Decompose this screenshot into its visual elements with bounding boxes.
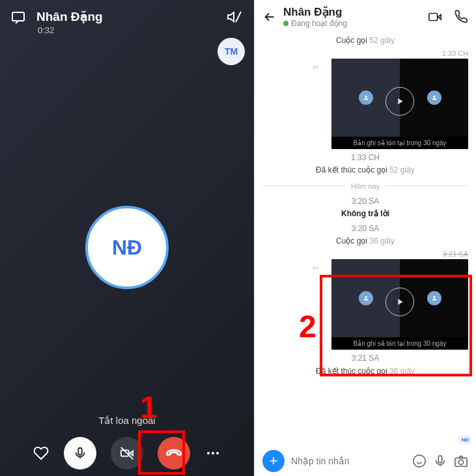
chat-header-actions: [428, 10, 468, 24]
more-options-button[interactable]: [204, 445, 221, 462]
event-time: 1:33 CH: [262, 152, 468, 164]
chat-status-text: Đang hoạt động: [291, 19, 347, 28]
event-label: Cuộc gọi: [336, 236, 367, 245]
end-call-button[interactable]: [158, 437, 190, 469]
sent-indicator-icon: ▻: [313, 263, 318, 272]
svg-rect-0: [12, 12, 24, 21]
react-button[interactable]: [33, 445, 49, 462]
svg-rect-8: [429, 13, 438, 20]
svg-line-4: [121, 447, 133, 459]
chat-header: Nhân Đặng Đang hoạt động: [255, 0, 476, 32]
video-caption: Bản ghi sẽ tồn tại trong 30 ngày: [331, 137, 468, 149]
participant-avatar-icon: [359, 91, 373, 105]
event-label: Không trả lời: [341, 209, 389, 218]
chat-contact-name: Nhân Đặng: [283, 5, 421, 19]
chat-status: Đang hoạt động: [283, 19, 421, 28]
event-label: Đã kết thúc cuộc gọi: [316, 165, 387, 175]
event-time: 3:20 SA: [262, 223, 468, 235]
video-call-button[interactable]: [428, 10, 442, 24]
svg-point-5: [207, 452, 210, 455]
svg-rect-2: [78, 448, 82, 455]
video-message-1: ▻ Bản ghi sẽ tồn tại trong 30 ngày: [324, 59, 468, 149]
svg-point-6: [212, 452, 214, 455]
call-event: 3:21 SA Đã kết thúc cuộc gọi 36 giây: [262, 352, 468, 377]
call-title-block: Nhân Đặng 0:32: [36, 9, 217, 35]
caller-avatar: NĐ: [85, 206, 169, 289]
emoji-button[interactable]: [412, 454, 427, 468]
event-duration: 52 giây: [389, 165, 415, 175]
message-time: 1:33 CH: [262, 49, 468, 57]
participant-avatar-icon: [427, 91, 441, 105]
svg-point-10: [433, 96, 435, 98]
camera-button[interactable]: [454, 454, 468, 468]
speaker-muted-icon[interactable]: [227, 9, 244, 26]
voice-message-button[interactable]: [433, 454, 447, 468]
call-event: 3:20 SA Cuộc gọi 36 giây: [262, 223, 468, 247]
video-thumbnail[interactable]: Bản ghi sẽ tồn tại trong 30 ngày: [331, 259, 468, 350]
svg-point-9: [365, 96, 367, 98]
event-duration: 36 giây: [369, 236, 395, 245]
event-label: Cuộc gọi: [336, 36, 367, 45]
audio-call-button[interactable]: [454, 10, 468, 24]
call-controls: [0, 437, 254, 469]
call-event: 1:33 CH Đã kết thúc cuộc gọi 52 giây: [262, 152, 468, 176]
event-duration: 36 giây: [389, 367, 415, 376]
call-event: Cuộc gọi 52 giây: [262, 35, 468, 47]
call-duration: 0:32: [36, 25, 217, 35]
chat-body[interactable]: Cuộc gọi 52 giây 1:33 CH ▻ Bản ghi sẽ tồ…: [255, 32, 476, 380]
svg-line-1: [236, 12, 241, 22]
message-input[interactable]: [291, 456, 406, 466]
call-event: 3:20 SA Không trả lời: [262, 195, 468, 220]
chat-input-bar: +: [255, 450, 476, 472]
chat-icon[interactable]: [10, 9, 27, 26]
svg-point-13: [413, 455, 425, 467]
date-divider: Hôm nay: [262, 182, 468, 190]
call-contact-name: Nhân Đặng: [36, 9, 217, 24]
svg-point-16: [458, 460, 463, 464]
svg-point-11: [365, 296, 367, 298]
add-attachment-button[interactable]: +: [262, 450, 285, 472]
video-off-button[interactable]: [111, 437, 143, 469]
date-divider-text: Hôm nay: [351, 182, 380, 190]
chat-header-text: Nhân Đặng Đang hoạt động: [283, 5, 421, 28]
svg-point-12: [433, 296, 435, 298]
play-icon[interactable]: [385, 87, 414, 115]
back-button[interactable]: [262, 10, 277, 24]
annotation-number-2: 2: [299, 309, 316, 344]
event-time: 3:20 SA: [262, 195, 468, 208]
call-header: Nhân Đặng 0:32: [0, 0, 254, 35]
play-icon[interactable]: [385, 287, 414, 316]
microphone-button[interactable]: [64, 437, 96, 469]
video-thumbnail[interactable]: Bản ghi sẽ tồn tại trong 30 ngày: [331, 59, 468, 149]
message-time: 3:21 SA: [262, 250, 468, 258]
sent-indicator-icon: ▻: [313, 63, 318, 71]
svg-point-7: [216, 452, 219, 455]
online-indicator-icon: [283, 21, 288, 26]
svg-rect-14: [438, 456, 442, 463]
chat-screen: Nhân Đặng Đang hoạt động Cuộc gọi 52 giâ…: [254, 0, 476, 476]
event-duration: 52 giây: [369, 36, 395, 45]
video-caption: Bản ghi sẽ tồn tại trong 30 ngày: [331, 337, 468, 350]
annotation-number-1: 1: [140, 389, 158, 425]
event-label: Đã kết thúc cuộc gọi: [316, 367, 387, 376]
video-message-2: ▻ Bản ghi sẽ tồn tại trong 30 ngày: [324, 259, 468, 350]
call-screen: Nhân Đặng 0:32 TM NĐ Tắt loa ngoài 1: [0, 0, 254, 476]
event-time: 3:21 SA: [262, 352, 468, 365]
participant-avatar-icon: [359, 291, 373, 305]
remote-avatar[interactable]: TM: [217, 38, 245, 65]
participant-avatar-icon: [427, 291, 441, 305]
read-receipt-badge: NĐ: [459, 436, 471, 443]
